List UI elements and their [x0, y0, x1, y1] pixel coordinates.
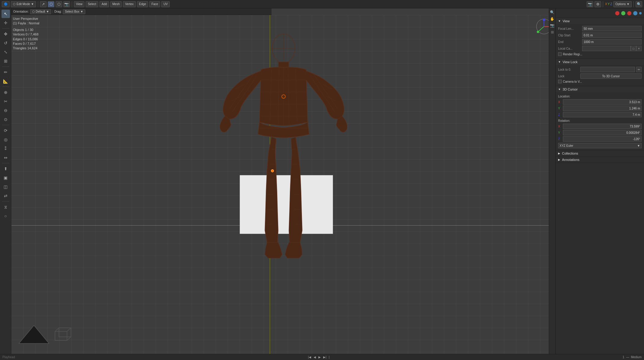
- rotation-y-field[interactable]: 0.000284°: [563, 130, 642, 135]
- rotation-z-field[interactable]: -126°: [563, 136, 642, 142]
- bisect-tool[interactable]: ⊖: [2, 106, 10, 115]
- bridge-tool[interactable]: ⇄: [2, 192, 10, 200]
- svg-point-45: [537, 31, 539, 33]
- rotate-tool[interactable]: ↺: [2, 39, 10, 47]
- cursor-x-field[interactable]: 3.513 m: [563, 99, 642, 105]
- focal-length-field[interactable]: 50 mm: [582, 26, 642, 31]
- loop-cut-tool[interactable]: ⊕: [2, 88, 10, 97]
- poly-build-tool[interactable]: ⊙: [2, 115, 10, 124]
- render-region-label: Render Regi...: [563, 53, 582, 56]
- clip-end-value: 1000 m: [584, 40, 594, 44]
- rotation-y-row: Y 0.000284°: [558, 130, 642, 135]
- rotation-mode-dropdown[interactable]: XYZ Euler ▼: [558, 143, 642, 148]
- top-toolbar: 🔵 ⬡ Edit Mode ▼ ↗ ⬡ ⬡ 📷 View Select Add …: [0, 0, 644, 8]
- grid-icon[interactable]: ⊞: [550, 29, 555, 35]
- measure-tool[interactable]: 📐: [2, 77, 10, 85]
- local-ca-field[interactable]: [582, 46, 631, 51]
- lock-to-field[interactable]: [580, 67, 635, 72]
- svg-line-40: [67, 337, 71, 340]
- cursor-y-field[interactable]: 1.246 m: [563, 106, 642, 111]
- lock-to-edit-btn[interactable]: ✏: [636, 67, 642, 72]
- edge-menu[interactable]: Edge: [137, 1, 148, 7]
- tool-separator-6: [2, 201, 9, 202]
- navigation-gizmo[interactable]: [16, 319, 52, 346]
- chevron-down-icon: ▼: [46, 10, 49, 13]
- skip-back-icon[interactable]: |◀: [308, 355, 311, 359]
- cursor-3d-label: 3D Cursor: [563, 88, 578, 91]
- play-back-icon[interactable]: ◀: [314, 355, 316, 359]
- face-menu[interactable]: Face: [149, 1, 160, 7]
- annotate-tool[interactable]: ✏: [2, 68, 10, 76]
- view-lock-header[interactable]: ▼ View Lock: [556, 59, 644, 65]
- lock-to-label: Lock to 0.: [558, 68, 579, 71]
- viewport[interactable]: User Perspective (1) Fayla : Normal Obje…: [11, 15, 555, 354]
- toolbar-icon-4[interactable]: 📷: [63, 1, 70, 7]
- spin-tool[interactable]: ⟳: [2, 126, 10, 135]
- transform-tool[interactable]: ⊞: [2, 57, 10, 65]
- view-section-body: Focal Len... 50 mm Clip Start 0.01 m End…: [556, 24, 644, 59]
- view-lock-body: Lock to 0. ✏ Lock To 3D Cursor Camera to…: [556, 65, 644, 86]
- clip-start-field[interactable]: 0.01 m: [582, 32, 642, 38]
- cursor-tool[interactable]: ✛: [2, 19, 10, 27]
- vertex-menu[interactable]: Vertex: [123, 1, 135, 7]
- toolbar-icon-3[interactable]: ⬡: [56, 1, 62, 7]
- local-ca-close-btn[interactable]: ×: [636, 46, 642, 51]
- rotation-x-field[interactable]: 73.599°: [563, 124, 642, 129]
- lock-to-3d-cursor-btn[interactable]: To 3D Cursor: [580, 73, 642, 79]
- edge-slide-tool[interactable]: ⇔: [2, 153, 10, 162]
- right-panel-icons: 🔍 ✋ 📷 ⊞: [549, 8, 555, 354]
- scale-tool[interactable]: ⤡: [2, 48, 10, 56]
- hand-icon[interactable]: ✋: [550, 16, 555, 22]
- render-region-checkbox[interactable]: [558, 52, 562, 56]
- color-dot-green: [621, 11, 625, 15]
- search-icon[interactable]: 🔍: [636, 1, 642, 7]
- camera-icon[interactable]: 📷: [550, 23, 555, 28]
- camera-to-v-label: Camera to V...: [563, 80, 582, 83]
- uv-menu[interactable]: UV: [161, 1, 170, 7]
- tool-separator-5: [2, 163, 9, 163]
- collections-header[interactable]: ▶ Collections: [556, 150, 644, 156]
- bevel-tool[interactable]: ◫: [2, 183, 10, 191]
- render-region-row: Render Regi...: [558, 52, 642, 56]
- add-menu[interactable]: Add: [99, 1, 109, 7]
- knife-tool[interactable]: ✂: [2, 97, 10, 106]
- move-tool[interactable]: ✥: [2, 30, 10, 38]
- drag-selector[interactable]: Select Box ▼: [63, 9, 85, 14]
- svg-line-44: [538, 26, 544, 32]
- shear-tool[interactable]: ⧖: [2, 203, 10, 211]
- to-sphere-tool[interactable]: ○: [2, 212, 10, 220]
- inset-tool[interactable]: ▣: [2, 174, 10, 182]
- blender-logo-btn[interactable]: 🔵: [2, 1, 10, 7]
- clip-end-field[interactable]: 1000 m: [582, 39, 642, 45]
- play-icon[interactable]: ▶: [318, 355, 321, 359]
- cursor-z-field[interactable]: 7.4 m: [563, 112, 642, 117]
- cursor-3d-header[interactable]: ▼ 3D Cursor: [556, 86, 644, 92]
- select-menu[interactable]: Select: [86, 1, 98, 7]
- edit-mode-label: Edit Mode: [17, 2, 30, 6]
- edit-mode-selector[interactable]: ⬡ Edit Mode ▼: [11, 1, 36, 7]
- view-lock-collapse-arrow: ▼: [558, 60, 561, 63]
- bottom-right-info: 1 — Medium: [623, 355, 642, 359]
- svg-point-47: [543, 19, 545, 21]
- options-btn[interactable]: Options ▼: [613, 1, 632, 7]
- extrude-tool[interactable]: ⬆: [2, 165, 10, 173]
- play-fwd-icon[interactable]: ▶|: [323, 355, 327, 359]
- randomize-tool[interactable]: ⁑: [2, 144, 10, 153]
- view-section-header[interactable]: ▼ View: [556, 18, 644, 24]
- rotation-header: Rotation:: [558, 119, 642, 122]
- orientation-selector[interactable]: ⬡ Default ▼: [30, 9, 51, 14]
- toolbar-icon-2[interactable]: ⬡: [48, 1, 54, 7]
- toolbar-icon-1[interactable]: ↗: [40, 1, 47, 7]
- local-ca-lock-btn[interactable]: □: [631, 46, 636, 51]
- render-icon[interactable]: 📷: [587, 1, 593, 7]
- settings-icon[interactable]: ⚙: [594, 1, 601, 7]
- smooth-tool[interactable]: ◎: [2, 135, 10, 144]
- separator-right-2: [633, 1, 634, 7]
- properties-icon[interactable]: 🔍: [550, 10, 555, 15]
- camera-to-v-checkbox[interactable]: [558, 80, 562, 83]
- view-menu[interactable]: View: [74, 1, 85, 7]
- mesh-menu[interactable]: Mesh: [110, 1, 122, 7]
- annotations-header[interactable]: ▶ Annotations: [556, 157, 644, 163]
- select-tool[interactable]: ↖: [2, 10, 10, 18]
- default-icon: ⬡: [32, 10, 35, 13]
